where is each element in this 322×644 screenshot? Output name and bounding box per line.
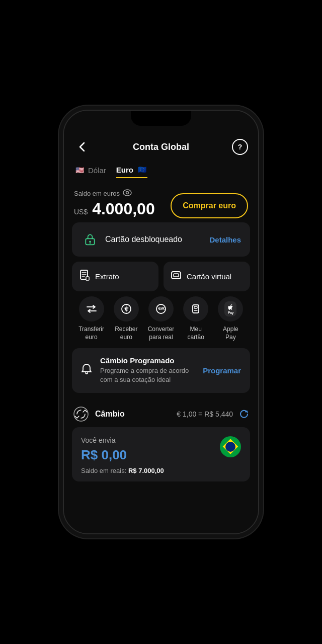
send-row: Você envia R$ 0,00 Saldo em reais: R$ 7.…: [81, 436, 241, 474]
transferir-euro-label: Transferireuro: [78, 326, 104, 341]
buy-euro-button[interactable]: Comprar euro: [171, 193, 248, 218]
phone-frame: Conta Global ? 🇺🇸 Dólar Euro 🇪🇺 Saldo em…: [63, 110, 259, 534]
svg-point-20: [74, 407, 88, 421]
header: Conta Global ?: [64, 133, 258, 159]
cartao-virtual-button[interactable]: Cartão virtual: [164, 262, 250, 291]
exchange-row: Câmbio € 1,00 = R$ 5,440: [72, 400, 250, 427]
svg-text:R: R: [162, 306, 165, 311]
page-title: Conta Global: [133, 142, 189, 152]
card-status-row: Cartão desbloqueado Detalhes: [72, 222, 250, 257]
quick-actions: Transferireuro € Recebereuro: [72, 296, 250, 341]
bell-icon: [81, 363, 93, 378]
tab-euro[interactable]: Euro 🇪🇺: [116, 164, 147, 178]
extrato-icon: [79, 270, 90, 283]
balance-left: Saldo em euros US$ 4.000,00: [74, 189, 155, 218]
converter-real-icon: € R: [148, 296, 174, 321]
programar-link[interactable]: Programar: [203, 366, 241, 375]
apple-pay-label: ApplePay: [223, 326, 238, 341]
lock-icon: [81, 230, 99, 249]
cartao-virtual-icon: [171, 270, 182, 283]
cambio-title: Câmbio Programado: [100, 356, 196, 365]
receber-euro-label: Recebereuro: [115, 326, 137, 341]
refresh-icon[interactable]: [238, 408, 250, 420]
exchange-title: Câmbio: [95, 410, 172, 419]
notch: [131, 111, 191, 126]
tab-dolar[interactable]: 🇺🇸 Dólar: [74, 165, 106, 178]
send-info: Você envia R$ 0,00 Saldo em reais: R$ 7.…: [81, 436, 164, 474]
balance-section: Saldo em euros US$ 4.000,00 Comprar euro: [64, 181, 258, 222]
svg-rect-9: [86, 277, 89, 280]
quick-action-transferir-euro[interactable]: Transferireuro: [74, 296, 109, 341]
svg-text:€: €: [158, 306, 160, 311]
card-actions-section: Cartão desbloqueado Detalhes: [64, 222, 258, 481]
quick-action-converter-real[interactable]: € R Converterpara real: [143, 296, 178, 341]
currency-tabs: 🇺🇸 Dólar Euro 🇪🇺: [64, 159, 258, 181]
screen: Conta Global ? 🇺🇸 Dólar Euro 🇪🇺 Saldo em…: [64, 111, 258, 533]
cartao-virtual-label: Cartão virtual: [187, 272, 231, 281]
svg-point-1: [126, 192, 129, 194]
card-status-text: Cartão desbloqueado: [105, 235, 182, 244]
balance-label: Saldo em euros: [74, 189, 155, 198]
svg-rect-10: [172, 272, 181, 279]
quick-action-apple-pay[interactable]: Pay ApplePay: [213, 296, 248, 341]
meu-cartao-icon: [183, 296, 208, 321]
euro-label: Euro: [116, 166, 133, 174]
dolar-label: Dólar: [88, 166, 106, 175]
svg-point-0: [123, 190, 131, 196]
send-card: Você envia R$ 0,00 Saldo em reais: R$ 7.…: [72, 427, 250, 481]
cambio-desc: Programe a compra de acordocom a sua cot…: [100, 366, 196, 384]
send-label: Você envia: [81, 436, 164, 444]
extrato-button[interactable]: Extrato: [72, 262, 158, 291]
exchange-icon: [72, 405, 90, 423]
help-button[interactable]: ?: [232, 139, 248, 155]
balance-amount: US$ 4.000,00: [74, 200, 155, 218]
card-details-link[interactable]: Detalhes: [209, 235, 241, 244]
quick-action-meu-cartao[interactable]: Meucartão: [179, 296, 213, 341]
balance-prefix: US$: [74, 208, 88, 216]
balance-value: 4.000: [92, 200, 132, 218]
quick-action-receber-euro[interactable]: € Recebereuro: [109, 296, 143, 341]
extrato-label: Extrato: [95, 272, 119, 281]
card-status-left: Cartão desbloqueado: [81, 230, 182, 249]
dolar-flag: 🇺🇸: [74, 165, 85, 176]
apple-pay-icon: Pay: [218, 296, 243, 321]
exchange-rate: € 1,00 = R$ 5,440: [177, 410, 233, 418]
converter-real-label: Converterpara real: [148, 326, 175, 341]
euro-flag: 🇪🇺: [136, 164, 147, 175]
cambio-programado-card: Câmbio Programado Programe a compra de a…: [72, 348, 250, 392]
transferir-euro-icon: [79, 296, 104, 321]
eye-icon[interactable]: [123, 189, 132, 198]
svg-rect-18: [194, 306, 197, 308]
meu-cartao-label: Meucartão: [188, 326, 204, 341]
receber-euro-icon: €: [114, 296, 139, 321]
brazil-flag-icon: [220, 436, 241, 457]
back-button[interactable]: [74, 139, 90, 155]
cambio-content: Câmbio Programado Programe a compra de a…: [100, 356, 196, 384]
send-balance: Saldo em reais: R$ 7.000,00: [81, 467, 164, 474]
svg-rect-11: [174, 274, 179, 277]
balance-cents: ,00: [132, 200, 154, 218]
actions-row: Extrato Cartão virtual: [72, 262, 250, 291]
send-amount: R$ 0,00: [81, 447, 164, 463]
